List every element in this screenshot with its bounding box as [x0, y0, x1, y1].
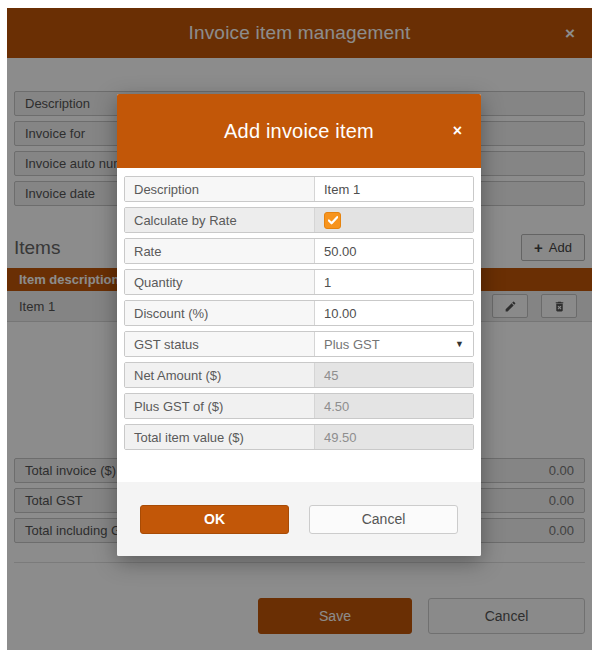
net-amount-field: Net Amount ($) 45	[124, 362, 474, 388]
modal-body: Description Item 1 Calculate by Rate Rat…	[117, 168, 481, 450]
field-label: Description	[125, 177, 315, 201]
description-field: Description Item 1	[124, 176, 474, 202]
modal-cancel-button[interactable]: Cancel	[309, 505, 458, 534]
ok-button-label: OK	[204, 511, 225, 527]
field-label: Rate	[125, 239, 315, 263]
modal-close-icon[interactable]: ×	[453, 123, 462, 139]
discount-field: Discount (%) 10.00	[124, 300, 474, 326]
gst-status-selected-value: Plus GST	[324, 337, 380, 352]
field-label: Plus GST of ($)	[125, 394, 315, 418]
field-label: Discount (%)	[125, 301, 315, 325]
modal-title: Add invoice item	[224, 120, 374, 143]
total-item-value: 49.50	[315, 425, 473, 449]
calculate-by-rate-field: Calculate by Rate	[124, 207, 474, 233]
net-amount-value: 45	[315, 363, 473, 387]
modal-footer: OK Cancel	[117, 482, 481, 556]
gst-status-field: GST status Plus GST ▼	[124, 331, 474, 357]
calculate-by-rate-checkbox[interactable]	[324, 212, 341, 229]
add-invoice-item-modal: Add invoice item × Description Item 1 Ca…	[117, 94, 481, 556]
discount-input[interactable]: 10.00	[315, 301, 473, 325]
rate-field: Rate 50.00	[124, 238, 474, 264]
checkbox-cell	[315, 208, 473, 232]
plus-gst-field: Plus GST of ($) 4.50	[124, 393, 474, 419]
modal-header: Add invoice item ×	[117, 94, 481, 168]
quantity-input[interactable]: 1	[315, 270, 473, 294]
total-item-value-field: Total item value ($) 49.50	[124, 424, 474, 450]
field-label: Net Amount ($)	[125, 363, 315, 387]
plus-gst-value: 4.50	[315, 394, 473, 418]
cancel-button-label: Cancel	[362, 511, 406, 527]
description-input[interactable]: Item 1	[315, 177, 473, 201]
quantity-field: Quantity 1	[124, 269, 474, 295]
check-icon	[328, 216, 338, 225]
field-label: GST status	[125, 332, 315, 356]
ok-button[interactable]: OK	[140, 505, 289, 534]
gst-status-select[interactable]: Plus GST ▼	[315, 332, 473, 356]
field-label: Quantity	[125, 270, 315, 294]
field-label: Calculate by Rate	[125, 208, 315, 232]
chevron-down-icon: ▼	[455, 339, 464, 349]
field-label: Total item value ($)	[125, 425, 315, 449]
rate-input[interactable]: 50.00	[315, 239, 473, 263]
